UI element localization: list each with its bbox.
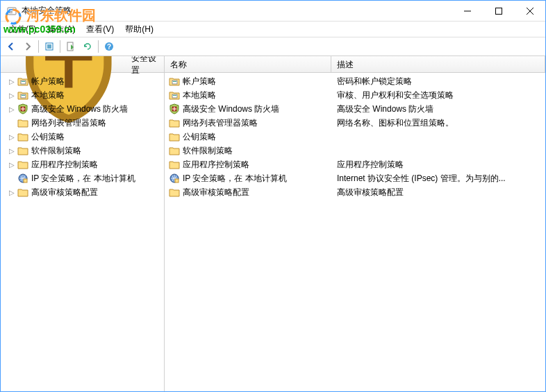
menu-view[interactable]: 查看(V) [81, 22, 119, 37]
list-item-name: 公钥策略 [183, 131, 216, 143]
list-item-desc: Internet 协议安全性 (IPsec) 管理。为与别的... [331, 173, 545, 185]
app-icon [6, 6, 17, 17]
export-button[interactable] [63, 39, 78, 54]
expander-icon[interactable]: ▷ [6, 133, 17, 141]
minimize-button[interactable] [452, 1, 483, 21]
folder-policy-icon [17, 76, 28, 87]
tree-item-label: 网络列表管理器策略 [31, 117, 106, 129]
forward-button[interactable] [20, 39, 35, 54]
menu-file[interactable]: 文件(F) [3, 22, 42, 37]
close-icon [527, 8, 533, 15]
toolbar-separator [98, 40, 99, 53]
folder-policy-icon [17, 90, 28, 101]
svg-rect-5 [9, 12, 13, 13]
list-row[interactable]: 高级审核策略配置高级审核策略配置 [165, 185, 545, 199]
folder-icon [169, 159, 180, 170]
list-item-desc: 高级安全 Windows 防火墙 [331, 103, 545, 115]
svg-rect-23 [24, 179, 27, 182]
column-desc[interactable]: 描述 [331, 56, 545, 72]
tree-item[interactable]: ▷高级安全 Windows 防火墙 [1, 102, 164, 116]
menubar: 文件(F) 操作(A) 查看(V) 帮助(H) [1, 22, 545, 37]
folder-icon [17, 131, 28, 142]
svg-rect-26 [172, 94, 177, 98]
tree-panel: 安全设置 ▷帐户策略▷本地策略▷高级安全 Windows 防火墙网络列表管理器策… [1, 56, 165, 391]
list-row[interactable]: 帐户策略密码和帐户锁定策略 [165, 74, 545, 88]
refresh-button[interactable] [80, 39, 95, 54]
list-row[interactable]: 应用程序控制策略应用程序控制策略 [165, 157, 545, 171]
list-item-name: IP 安全策略，在 本地计算机 [183, 173, 287, 185]
list-header: 名称 描述 [165, 56, 545, 73]
menu-help[interactable]: 帮助(H) [119, 22, 159, 37]
folder-policy-icon [169, 90, 180, 101]
content-area: 安全设置 ▷帐户策略▷本地策略▷高级安全 Windows 防火墙网络列表管理器策… [1, 56, 545, 391]
maximize-icon [495, 8, 502, 15]
toolbar: ? [1, 37, 545, 56]
minimize-icon [464, 8, 471, 15]
folder-icon [17, 117, 28, 128]
ipsec-icon [169, 173, 180, 184]
refresh-icon [82, 41, 93, 52]
help-button[interactable]: ? [101, 39, 117, 54]
tree-item[interactable]: 网络列表管理器策略 [1, 116, 164, 130]
column-name[interactable]: 名称 [165, 56, 331, 72]
list-item-name: 软件限制策略 [183, 145, 233, 157]
window-title: 本地安全策略 [22, 5, 452, 17]
tree-header[interactable]: 安全设置 [1, 56, 164, 73]
folder-icon [169, 187, 180, 198]
list-item-desc: 网络名称、图标和位置组策略。 [331, 117, 545, 129]
toolbar-separator [38, 40, 39, 53]
svg-rect-4 [9, 11, 13, 12]
back-button[interactable] [3, 39, 19, 54]
list-item-name: 高级安全 Windows 防火墙 [183, 103, 279, 115]
up-button[interactable] [42, 39, 57, 54]
svg-rect-32 [175, 179, 179, 182]
folder-icon [17, 159, 28, 170]
list-item-name: 本地策略 [183, 90, 216, 101]
expander-icon[interactable]: ▷ [6, 147, 17, 155]
svg-rect-7 [495, 8, 502, 14]
list-row[interactable]: 网络列表管理器策略网络名称、图标和位置组策略。 [165, 116, 545, 130]
list-panel: 名称 描述 帐户策略密码和帐户锁定策略本地策略审核、用户权利和安全选项策略高级安… [165, 56, 545, 391]
expander-icon[interactable]: ▷ [6, 78, 17, 85]
list-body: 帐户策略密码和帐户锁定策略本地策略审核、用户权利和安全选项策略高级安全 Wind… [165, 73, 545, 201]
list-row[interactable]: 软件限制策略 [165, 144, 545, 157]
expander-icon[interactable]: ▷ [6, 105, 17, 113]
folder-icon [17, 187, 28, 198]
tree-item[interactable]: ▷软件限制策略 [1, 144, 164, 157]
list-item-desc: 审核、用户权利和安全选项策略 [331, 90, 545, 101]
back-icon [6, 41, 17, 52]
svg-rect-15 [21, 80, 26, 84]
expander-icon[interactable]: ▷ [6, 161, 17, 169]
toolbar-separator [60, 40, 60, 53]
tree-item-label: 高级审核策略配置 [31, 187, 98, 198]
tree-item[interactable]: ▷应用程序控制策略 [1, 157, 164, 171]
svg-rect-11 [47, 44, 51, 49]
svg-rect-18 [22, 95, 25, 96]
expander-icon[interactable]: ▷ [6, 92, 17, 99]
tree-item-label: 应用程序控制策略 [31, 159, 98, 171]
tree-item[interactable]: ▷高级审核策略配置 [1, 185, 164, 199]
folder-icon [169, 117, 180, 128]
list-row[interactable]: IP 安全策略，在 本地计算机Internet 协议安全性 (IPsec) 管理… [165, 171, 545, 185]
svg-rect-16 [22, 81, 25, 82]
tree-item[interactable]: ▷公钥策略 [1, 130, 164, 144]
menu-action[interactable]: 操作(A) [42, 22, 81, 37]
firewall-icon [169, 103, 180, 114]
maximize-button[interactable] [483, 1, 514, 21]
close-button[interactable] [514, 1, 545, 21]
tree-item-label: 帐户策略 [31, 76, 65, 87]
list-item-desc: 高级审核策略配置 [331, 187, 545, 198]
list-row[interactable]: 本地策略审核、用户权利和安全选项策略 [165, 88, 545, 102]
expander-icon[interactable]: ▷ [6, 189, 17, 196]
list-row[interactable]: 高级安全 Windows 防火墙高级安全 Windows 防火墙 [165, 102, 545, 116]
tree-item[interactable]: IP 安全策略，在 本地计算机 [1, 171, 164, 185]
svg-rect-27 [173, 95, 176, 96]
ipsec-icon [17, 173, 28, 184]
tree-item-label: 本地策略 [31, 90, 65, 101]
list-row[interactable]: 公钥策略 [165, 130, 545, 144]
list-item-name: 应用程序控制策略 [183, 159, 249, 171]
folder-icon [169, 131, 180, 142]
tree-header-label: 安全设置 [131, 56, 158, 76]
svg-rect-25 [173, 81, 176, 82]
list-item-name: 高级审核策略配置 [183, 187, 249, 198]
